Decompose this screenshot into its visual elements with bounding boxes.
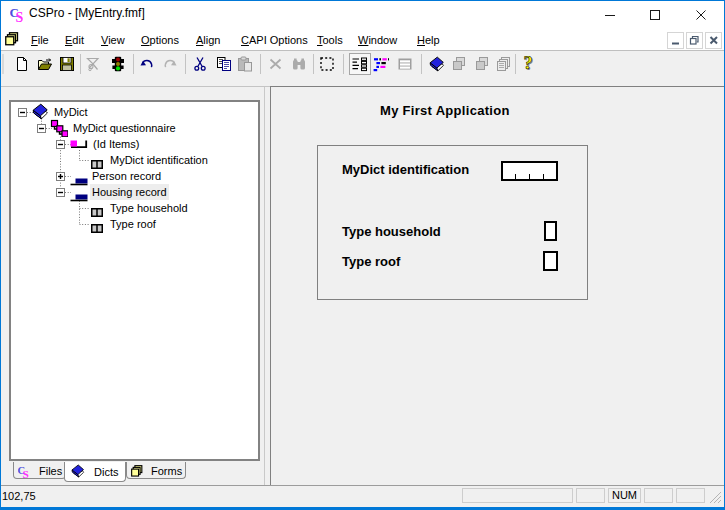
svg-text:?: ? (524, 56, 533, 72)
svg-text:S: S (22, 468, 28, 478)
